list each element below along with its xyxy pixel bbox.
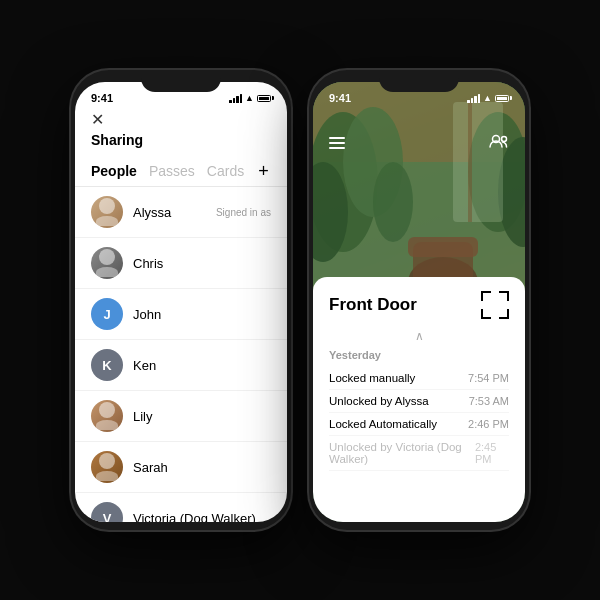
status-icons-phone1: ▲ [229, 93, 271, 103]
card-title: Front Door [329, 295, 417, 315]
person-name: Sarah [133, 460, 271, 475]
log-row: Unlocked by Alyssa 7:53 AM [329, 390, 509, 413]
chevron-up-icon[interactable]: ∧ [313, 327, 525, 349]
avatar: J [91, 298, 123, 330]
scan-corner-tr [499, 291, 509, 301]
log-event: Locked manually [329, 372, 415, 384]
signed-in-badge: Signed in as [216, 207, 271, 218]
phone2-header: 9:41 ▲ [313, 82, 525, 159]
people-icon [489, 134, 509, 148]
scan-corner-tl [481, 291, 491, 301]
front-door-card: Front Door ∧ Yesterday Locked manually 7… [313, 277, 525, 522]
battery-icon [257, 95, 271, 102]
list-item[interactable]: Lily [75, 391, 287, 442]
avatar [91, 196, 123, 228]
log-time: 7:54 PM [468, 372, 509, 384]
log-event: Locked Automatically [329, 418, 437, 430]
log-row: Locked Automatically 2:46 PM [329, 413, 509, 436]
person-name: Chris [133, 256, 271, 271]
log-time: 7:53 AM [469, 395, 509, 407]
log-event: Unlocked by Alyssa [329, 395, 429, 407]
card-header: Front Door [313, 277, 525, 327]
notch [379, 70, 459, 92]
scan-corner-br [499, 309, 509, 319]
phone1-header: ✕ Sharing [75, 108, 287, 162]
wifi-icon: ▲ [245, 93, 254, 103]
phone-home: 9:41 ▲ [309, 70, 529, 530]
person-name: Victoria (Dog Walker) [133, 511, 271, 523]
avatar: V [91, 502, 123, 522]
person-name: Alyssa [133, 205, 206, 220]
status-icons-phone2: ▲ [467, 93, 509, 103]
list-item[interactable]: Sarah [75, 442, 287, 493]
list-item[interactable]: K Ken [75, 340, 287, 391]
people-button[interactable] [489, 134, 509, 151]
menu-button[interactable] [329, 137, 345, 149]
avatar: K [91, 349, 123, 381]
list-item[interactable]: Alyssa Signed in as [75, 187, 287, 238]
log-row: Locked manually 7:54 PM [329, 367, 509, 390]
avatar [91, 451, 123, 483]
phone2-nav [313, 108, 525, 159]
people-list: Alyssa Signed in as Chris J John K [75, 187, 287, 522]
scan-icon[interactable] [481, 291, 509, 319]
avatar [91, 247, 123, 279]
log-event: Unlocked by Victoria (Dog Walker) [329, 441, 475, 465]
list-item[interactable]: J John [75, 289, 287, 340]
add-tab-button[interactable]: + [258, 162, 269, 180]
person-name: Lily [133, 409, 271, 424]
log-date: Yesterday [329, 349, 509, 361]
close-button[interactable]: ✕ [91, 112, 271, 128]
avatar [91, 400, 123, 432]
tab-cards[interactable]: Cards [207, 163, 244, 179]
signal-icon [229, 94, 242, 103]
log-row: Unlocked by Victoria (Dog Walker) 2:45 P… [329, 436, 509, 471]
list-item[interactable]: V Victoria (Dog Walker) [75, 493, 287, 522]
status-time-phone2: 9:41 [329, 92, 351, 104]
person-name: Ken [133, 358, 271, 373]
tab-people[interactable]: People [91, 163, 137, 179]
log-time: 2:45 PM [475, 441, 509, 465]
wifi-icon: ▲ [483, 93, 492, 103]
log-time: 2:46 PM [468, 418, 509, 430]
tabs-row: People Passes Cards + [75, 162, 287, 187]
svg-point-14 [502, 137, 507, 142]
list-item[interactable]: Chris [75, 238, 287, 289]
battery-icon [495, 95, 509, 102]
svg-rect-10 [408, 237, 478, 257]
log-section: Yesterday Locked manually 7:54 PM Unlock… [313, 349, 525, 471]
notch [141, 70, 221, 92]
phone-sharing: 9:41 ▲ ✕ Sharing People Passes [71, 70, 291, 530]
scan-corner-bl [481, 309, 491, 319]
signal-icon [467, 94, 480, 103]
person-name: John [133, 307, 271, 322]
svg-point-5 [373, 162, 413, 242]
sharing-title: Sharing [91, 132, 271, 148]
tab-passes[interactable]: Passes [149, 163, 195, 179]
status-time-phone1: 9:41 [91, 92, 113, 104]
